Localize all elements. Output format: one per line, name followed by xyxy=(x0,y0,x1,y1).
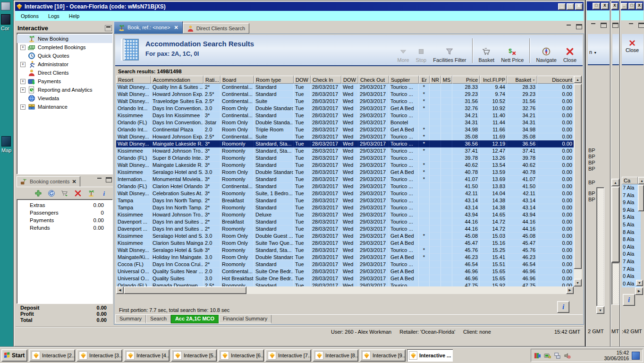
booking-contents-tab[interactable]: Booking contents ✕ xyxy=(17,176,80,187)
column-header-ms[interactable]: MS xyxy=(441,76,452,84)
column-header-dow[interactable]: DOW xyxy=(341,76,358,84)
sidebar-item-viewdata[interactable]: +Viewdata xyxy=(17,94,112,103)
booking-delete-button[interactable] xyxy=(74,190,82,197)
minimize-view-icon[interactable] xyxy=(566,24,572,29)
scrollbar-thumb[interactable] xyxy=(638,185,644,211)
restore-view-icon[interactable] xyxy=(576,24,582,29)
close-button[interactable]: Close xyxy=(560,37,580,64)
booking-add-button[interactable] xyxy=(34,190,42,197)
bottom-tab-search[interactable]: Search xyxy=(146,315,171,323)
table-row[interactable]: Walt Disney...Maingate Lakeside R...3*Ro… xyxy=(116,140,574,147)
horizontal-scrollbar[interactable]: ◀ ▶ xyxy=(116,286,574,294)
close-icon[interactable]: X xyxy=(601,3,609,9)
title-bar[interactable]: Interactive [10] - Ocean-Florida (code: … xyxy=(15,2,584,11)
column-header-supplier[interactable]: Supplier xyxy=(389,76,419,84)
column-header-rati[interactable]: Rati... xyxy=(203,76,220,84)
sidebar-item-new-booking[interactable]: +New Booking xyxy=(17,35,112,43)
column-header-incl-fl-pp[interactable]: Incl.Fl.PP xyxy=(480,76,507,84)
scroll-up-icon[interactable]: ▲ xyxy=(638,177,644,184)
close-icon[interactable]: X xyxy=(611,3,618,9)
bottom-tab-summary[interactable]: Summary xyxy=(115,315,146,323)
nett-price-button[interactable]: $Nett Price xyxy=(498,37,527,64)
taskbar-button-interactive-3[interactable]: Interactive [3... xyxy=(76,349,122,362)
maximize-icon[interactable]: □ xyxy=(593,3,600,9)
scroll-up-icon[interactable]: ▲ xyxy=(574,76,582,83)
booking-item-row[interactable]: Passengers0 xyxy=(17,210,112,217)
close-tab-icon[interactable]: ✕ xyxy=(174,25,178,31)
navigate-button[interactable]: Navigate xyxy=(533,37,559,64)
tray-app-icon[interactable] xyxy=(534,352,541,359)
table-row[interactable]: KissimmeeDays Inn Kissimmee3*Continental… xyxy=(116,112,574,119)
minimize-panel-icon[interactable] xyxy=(628,23,635,28)
tab-book-ref-none[interactable]: Book, ref.: <none>✕ xyxy=(114,21,183,34)
sidebar-item-reporting-and-analytics[interactable]: +Reporting and Analytics xyxy=(17,86,112,94)
desktop-icon-map[interactable]: Map xyxy=(1,136,11,153)
column-header[interactable]: Ca xyxy=(622,177,638,184)
start-button[interactable]: Start xyxy=(1,349,27,362)
scroll-down-icon[interactable]: ▼ xyxy=(636,280,643,286)
maximize-icon[interactable]: □ xyxy=(567,3,574,10)
table-row[interactable]: Internation...Monumental Moviela...3*Roo… xyxy=(116,176,574,183)
column-header-dow[interactable]: DOW xyxy=(294,76,311,84)
expand-icon[interactable]: + xyxy=(20,104,25,110)
menu-item-options[interactable]: Options xyxy=(21,13,39,19)
desktop-icon-partial[interactable] xyxy=(1,2,10,10)
sidebar-item-payments[interactable]: +$Payments xyxy=(17,77,112,86)
column-header-nr[interactable]: NR xyxy=(430,76,441,84)
table-row[interactable]: Cocoa (FL)Days Inn Cocoa Crui...2*Roomon… xyxy=(116,261,574,268)
expand-icon[interactable]: + xyxy=(20,62,25,67)
collapse-panel-icon[interactable] xyxy=(105,25,112,31)
menu-item-logs[interactable]: Logs xyxy=(48,13,59,19)
table-row[interactable]: Universal O...Quality Suites Near ...2.0… xyxy=(116,268,574,275)
scrollbar-thumb[interactable] xyxy=(611,187,619,262)
column-header-check-out[interactable]: Check Out xyxy=(358,76,389,84)
column-header-er[interactable]: Er xyxy=(419,76,430,84)
close-icon[interactable]: X xyxy=(636,3,643,9)
bottom-tab-financial-summary[interactable]: Financial Summary xyxy=(219,315,271,323)
column-header-basket[interactable]: Basket▼ xyxy=(507,76,537,84)
minimize-panel-icon[interactable] xyxy=(97,177,103,182)
booking-item-row[interactable]: Refunds0.00 xyxy=(17,225,112,233)
close-tab-icon[interactable]: ✕ xyxy=(72,179,76,185)
table-row[interactable]: Walt Disney...Howard Johnson Exp...2.5*C… xyxy=(116,133,574,140)
table-row[interactable]: Walt Disney...Travelodge Suites Ea...2.5… xyxy=(116,98,574,105)
table-row[interactable]: TampaDays Inn North Tamp...2*BreakfastSt… xyxy=(116,197,574,204)
vertical-scrollbar[interactable]: ▲ ▼ xyxy=(574,76,582,286)
maximize-panel-icon[interactable] xyxy=(612,23,619,28)
scroll-up-icon[interactable]: ▲ xyxy=(611,179,619,186)
close-icon[interactable]: X xyxy=(575,3,583,10)
expand-icon[interactable]: + xyxy=(20,79,25,84)
maximize-panel-icon[interactable] xyxy=(638,23,644,28)
show-desktop-icon[interactable] xyxy=(632,352,640,360)
table-row[interactable]: KissimmeeHoward Johnson Tro...3*Roomonly… xyxy=(116,211,574,218)
table-row[interactable]: KissimmeeHoward Johnson Tro...3*Roomonly… xyxy=(116,147,574,155)
tray-volume-muted-icon[interactable] xyxy=(564,352,571,359)
table-row[interactable]: Davenport ...Days Inn and Suites ...2*Br… xyxy=(116,218,574,225)
minimize-icon[interactable]: _ xyxy=(558,3,566,10)
minimize-panel-icon[interactable] xyxy=(591,23,597,28)
table-row[interactable]: Orlando Int...Days Inn Convention...3.0R… xyxy=(116,105,574,112)
table-row[interactable]: Maingate/Ki...Holiday Inn Maingate...3.0… xyxy=(116,254,574,261)
taskbar-button-interactive-7[interactable]: Interactive [7... xyxy=(265,349,311,362)
scroll-right-icon[interactable]: ▶ xyxy=(635,287,643,295)
table-row[interactable]: KissimmeeSeralago Hotel and S...3.0Room … xyxy=(116,169,574,176)
scroll-left-icon[interactable]: ◀ xyxy=(116,286,124,294)
scrollbar-thumb[interactable] xyxy=(124,286,246,294)
sidebar-item-administrator[interactable]: +Administrator xyxy=(17,60,112,69)
table-row[interactable]: KissimmeeClarion Suites Maingate2.0Room … xyxy=(116,240,574,247)
bottom-tab-acc-2a-1c-mco[interactable]: Acc 2A,1C MCO xyxy=(171,315,219,323)
booking-info-button[interactable]: i xyxy=(101,190,108,197)
booking-refresh-button[interactable] xyxy=(48,190,55,197)
table-row[interactable]: Walt Disney...Seralago Hotel & Suites3*R… xyxy=(116,247,574,254)
scroll-down-icon[interactable]: ▼ xyxy=(596,306,604,314)
sidebar-item-quick-quotes[interactable]: +Quick Quotes xyxy=(17,52,112,60)
sidebar-item-direct-clients[interactable]: +Direct Clients xyxy=(17,69,112,77)
info-button[interactable]: i xyxy=(557,301,569,313)
desktop-icon-cor[interactable]: Cor xyxy=(1,14,10,31)
column-header-accommodation[interactable]: Accommodation xyxy=(151,76,203,84)
taskbar-button-interactive-9[interactable]: Interactive [9... xyxy=(360,349,406,362)
sidebar-item-completed-bookings[interactable]: +Completed Bookings xyxy=(17,43,112,52)
table-row[interactable]: KissimmeeSeralago Hotel and S...3.0Room … xyxy=(116,233,574,240)
table-row[interactable]: Orlando (FL)Days Inn Convention...3starR… xyxy=(116,119,574,126)
table-row[interactable]: Orlando (FL)Clarion Hotel Orlando...3*Co… xyxy=(116,183,574,190)
